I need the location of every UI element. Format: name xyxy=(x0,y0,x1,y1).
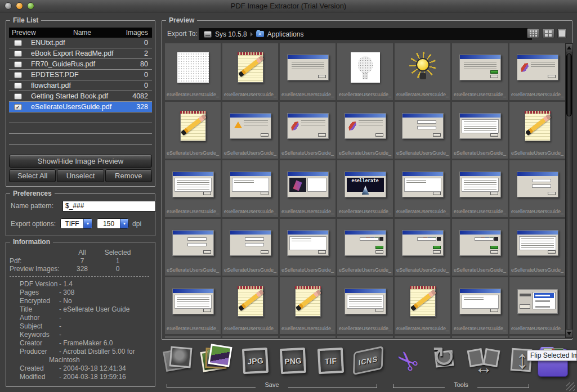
thumbnail[interactable]: eSellerateUsersGuide_ xyxy=(165,277,221,334)
file-checkbox[interactable] xyxy=(14,83,22,89)
thumbnail[interactable]: eSellerateUsersGuide_ xyxy=(395,160,450,217)
thumbnail[interactable]: eSellerateUsersGuide_ xyxy=(452,102,508,159)
file-row[interactable]: FR70_GuideRus.pdf80 xyxy=(9,59,152,70)
file-checkbox[interactable] xyxy=(14,51,22,57)
thumbnail[interactable]: eSellerateUsersGuide_ xyxy=(337,43,393,100)
thumbnail[interactable]: eSellerateUsersGuide_ xyxy=(165,102,221,159)
thumbnail[interactable]: eSellerateUsersGuide_ xyxy=(509,219,565,276)
thumbnail[interactable]: eSellerateUsersGuide_ xyxy=(280,219,336,276)
thumbnail[interactable]: eSellerateUsersGuide_ xyxy=(280,160,336,217)
thumbnail-label: eSellerateUsersGuide_ xyxy=(509,326,565,334)
unselect-button[interactable]: Unselect xyxy=(57,169,104,182)
thumbnail[interactable]: eSellerateUsersGuide_ xyxy=(509,43,565,100)
scrollbar-thumb[interactable] xyxy=(566,53,572,116)
medium-thumbnails-button[interactable] xyxy=(542,28,554,38)
remove-button[interactable]: Remove xyxy=(105,169,152,182)
thumbnail[interactable]: eSellerateUsersGuide_ xyxy=(509,160,565,217)
preview-group-label: Preview xyxy=(166,16,197,24)
flip-horizontal-icon[interactable]: ↔ xyxy=(468,344,500,377)
thumbnail-label: eSellerateUsersGuide_ xyxy=(452,209,508,217)
thumbnail-image xyxy=(509,102,565,150)
thumbnail[interactable]: eSellerateUsersGuide_ xyxy=(452,43,508,100)
thumbnail[interactable]: eSellerateUsersGuide_ xyxy=(395,43,450,100)
thumbnail[interactable]: eSellerateUsersGuide_ xyxy=(509,102,565,159)
thumbnail[interactable]: eSellerateUsersGuide_ xyxy=(509,277,565,334)
format-dropdown[interactable]: TIFF ▼ xyxy=(60,218,92,229)
close-button[interactable] xyxy=(5,2,12,10)
thumbnail[interactable]: eSellerateUsersGuide_ xyxy=(222,102,278,159)
small-thumbnails-button[interactable] xyxy=(527,28,539,38)
file-row[interactable]: ENUtxt.pdf0 xyxy=(9,38,152,48)
thumbnail[interactable]: eSellerateUsersGuide_ xyxy=(165,43,221,100)
thumbnail-label: eSellerateUsersGuide_ xyxy=(165,267,221,276)
vertical-scrollbar[interactable] xyxy=(565,43,573,338)
resize-grip-icon[interactable] xyxy=(566,382,575,391)
save-as-jpg-icon[interactable]: JPG xyxy=(239,344,271,377)
path-item[interactable]: Sys 10.5.8 xyxy=(215,30,247,38)
thumbnail[interactable]: eSellerateUsersGuide_ xyxy=(395,277,450,334)
thumbnail[interactable]: eSellerateUsersGuide_ xyxy=(452,160,508,217)
rotate-tool-icon[interactable]: ↻ xyxy=(430,344,462,377)
thumbnail-label: eSellerateUsersGuide_ xyxy=(509,92,565,100)
save-as-icns-icon[interactable]: ICNS xyxy=(352,344,384,377)
file-row[interactable]: EPDTEST.PDF0 xyxy=(9,70,152,80)
file-checkbox[interactable] xyxy=(14,61,22,67)
thumbnail[interactable]: eSellerateUsersGuide_ xyxy=(222,219,278,276)
file-row[interactable]: Getting Started Book.pdf4082 xyxy=(9,91,152,102)
path-item[interactable]: Applications xyxy=(267,30,304,38)
file-checkbox[interactable]: ✓ xyxy=(14,104,22,110)
thumbnail[interactable]: eSellerateUsersGuide_ xyxy=(222,277,278,334)
minimize-button[interactable] xyxy=(16,2,23,10)
file-image-count: 80 xyxy=(123,60,152,68)
thumbnail-label: eSellerateUsersGuide_ xyxy=(337,150,393,159)
show-hide-preview-button[interactable]: Show/Hide Image Preview xyxy=(9,155,152,168)
zoom-button[interactable] xyxy=(27,2,34,10)
save-as-tif-icon[interactable]: TIF xyxy=(314,344,347,377)
detail-row: Encrypted- No xyxy=(10,297,153,305)
thumbnail-label: eSellerateUsersGuide_ xyxy=(395,326,450,334)
thumbnail[interactable]: eSellerateUsersGuide_ xyxy=(337,102,393,159)
name-pattern-input[interactable] xyxy=(62,201,156,211)
file-checkbox[interactable] xyxy=(14,93,22,100)
window-controls xyxy=(5,2,34,10)
thumbnail[interactable]: eSellerateUsersGuide_ xyxy=(395,102,450,159)
thumbnail[interactable]: eSellerateUsersGuide_ xyxy=(222,43,278,100)
thumbnail[interactable]: eSellerateUsersGuide_ xyxy=(222,160,278,217)
thumbnail[interactable]: eSellerateUsersGuide_ xyxy=(452,219,508,276)
detail-row: Keywords- xyxy=(10,331,153,339)
thumbnail-grid: eSellerateUsersGuide_eSellerateUsersGuid… xyxy=(165,43,565,338)
scroll-down-button[interactable] xyxy=(566,329,572,337)
scroll-up-button[interactable] xyxy=(566,44,572,52)
thumbnail[interactable]: eSellerateUsersGuide_ xyxy=(452,277,508,334)
save-selected-images-icon[interactable] xyxy=(201,344,234,377)
column-preview: Preview xyxy=(9,29,44,37)
file-row[interactable]: flowchart.pdf0 xyxy=(9,80,152,91)
thumbnail[interactable]: eSellerateUsersGuide_ xyxy=(337,277,393,334)
thumbnail[interactable]: eSellerateUsersGuide_ xyxy=(165,160,221,217)
file-checkbox[interactable] xyxy=(14,72,22,78)
detail-row: Macintosh xyxy=(10,356,153,364)
file-checkbox[interactable] xyxy=(14,40,22,46)
thumbnail[interactable]: eSellerateUsersGuide_ xyxy=(280,277,336,334)
select-all-button[interactable]: Select All xyxy=(9,169,56,182)
detail-row: Modified- 2004-03-18 19:59:16 xyxy=(10,373,153,381)
file-row[interactable]: ✓eSellerateUsersGuide.pdf328 xyxy=(9,102,152,112)
thumbnail-image xyxy=(337,219,393,267)
export-path-bar[interactable]: Sys 10.5.8Applications xyxy=(199,28,532,40)
thumbnail[interactable]: eSellerateUsersGuide_ xyxy=(165,219,221,276)
thumbnail-partial xyxy=(337,336,393,338)
thumbnail[interactable]: esellerateeSellerateUsersGuide_ xyxy=(337,160,393,217)
thumbnail-image xyxy=(452,160,508,209)
save-as-png-icon[interactable]: PNG xyxy=(276,344,309,377)
detail-row: Producer- Acrobat Distiller 5.00 for xyxy=(10,348,153,356)
thumbnail-size-buttons xyxy=(527,28,567,38)
large-thumbnails-button[interactable] xyxy=(557,28,567,38)
crop-tool-icon[interactable]: ✂ xyxy=(391,344,424,377)
file-row[interactable]: eBook Export ReadMe.pdf2 xyxy=(9,48,152,59)
thumbnail[interactable]: eSellerateUsersGuide_ xyxy=(337,219,393,276)
dpi-dropdown[interactable]: 150 ▼ xyxy=(97,218,129,229)
thumbnail[interactable]: eSellerateUsersGuide_ xyxy=(280,43,336,100)
thumbnail[interactable]: eSellerateUsersGuide_ xyxy=(280,102,336,159)
thumbnail[interactable]: eSellerateUsersGuide_ xyxy=(395,219,450,276)
save-original-format-icon[interactable] xyxy=(163,344,196,377)
